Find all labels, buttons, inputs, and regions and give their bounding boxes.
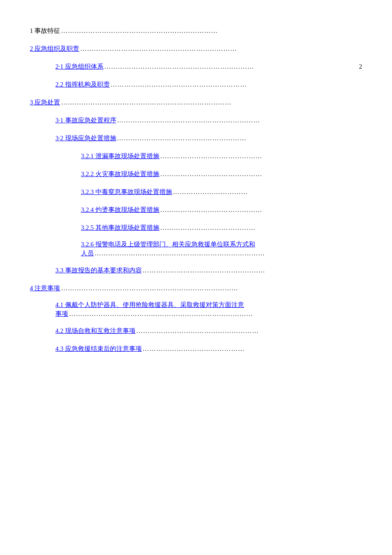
toc-dots-2-2: …………………………………………………… xyxy=(111,79,362,90)
toc-item-4-2[interactable]: 4.2 现场自救和互救注意事项 ……………………………………………… xyxy=(30,326,362,336)
toc-item-3-2-6-line1: 3.2.6 报警电话及上级管理部门、相关应急救援单位联系方式和 xyxy=(81,240,362,249)
toc-item-3-2-1[interactable]: 3.2.1 泄漏事故现场处置措施 ……………………………………… xyxy=(30,151,362,161)
toc-dots-3-2-5: …………………………………… xyxy=(160,223,361,233)
toc-label-4[interactable]: 4 注意事项 xyxy=(30,283,60,293)
toc-item-4-1-line1: 4.1 佩戴个人防护器具、使用抢险救援器具、采取救援对策方面注意 xyxy=(55,301,362,309)
toc-item-2-1[interactable]: 2·1 应急组织体系 ………………………………………………………… 2 xyxy=(30,61,362,72)
toc-label-3-2-6-line2[interactable]: 人员 xyxy=(81,249,94,257)
toc-dots-4-1: ……………………………………………………………………… xyxy=(69,310,361,318)
toc-dots-3-2-2: ……………………………………… xyxy=(160,169,361,179)
toc-label-2[interactable]: 2 应急组织及职责 xyxy=(30,43,79,54)
toc-label-3-2-5[interactable]: 3.2.5 其他事故现场处置措施 xyxy=(81,223,159,233)
toc-label-4-1-line2[interactable]: 事项 xyxy=(55,310,68,318)
toc-page-2-1: 2 xyxy=(359,61,363,72)
toc-dots-3-2-1: ……………………………………… xyxy=(160,151,361,161)
toc-dots-3-2-3: …………………………… xyxy=(173,187,361,197)
toc-label-1: 1 事故特征 xyxy=(30,26,60,36)
toc-label-2-1[interactable]: 2·1 应急组织体系 xyxy=(55,61,104,72)
toc-label-3-2-4[interactable]: 3.2.4 灼烫事故现场处置措施 xyxy=(81,205,159,215)
toc-item-3-2-3[interactable]: 3.2.3 中毒窒息事故现场处置措施 …………………………… xyxy=(30,187,362,197)
toc-item-3-2-4[interactable]: 3.2.4 灼烫事故现场处置措施 ……………………………………… xyxy=(30,205,362,215)
toc-label-3-2-2[interactable]: 3.2.2 火灾事故现场处置措施 xyxy=(81,169,159,179)
toc-label-2-2[interactable]: 2.2 指挥机构及职责 xyxy=(55,79,110,90)
toc-label-4-2[interactable]: 4.2 现场自救和互救注意事项 xyxy=(55,326,135,336)
toc-dots-3-2-6: ………………………………………………………………… xyxy=(95,250,361,257)
toc-label-3[interactable]: 3 应急处置 xyxy=(30,97,60,107)
toc-dots-4-3: ……………………………………… xyxy=(143,344,362,354)
toc-label-3-1[interactable]: 3·1 事故应急处置程序 xyxy=(55,115,116,125)
toc-dots-4-2: ……………………………………………… xyxy=(136,326,362,336)
toc-item-3-2[interactable]: 3·2 现场应急处置措施 ………………………………………………… xyxy=(30,133,362,143)
toc-item-4-1[interactable]: 4.1 佩戴个人防护器具、使用抢险救援器具、采取救援对策方面注意 事项 …………… xyxy=(30,301,362,318)
toc-dots-3-3: ……………………………………………… xyxy=(143,265,362,275)
toc-item-3-3[interactable]: 3.3 事故报告的基本要求和内容 ……………………………………………… xyxy=(30,265,362,275)
toc-item-2[interactable]: 2 应急组织及职责 …………………………………………………………… xyxy=(30,43,362,54)
toc-item-3-2-6[interactable]: 3.2.6 报警电话及上级管理部门、相关应急救援单位联系方式和 人员 ……………… xyxy=(30,240,362,257)
toc-label-4-3[interactable]: 4.3 应急救援结束后的注意事项 xyxy=(55,344,142,354)
toc-item-3-1[interactable]: 3·1 事故应急处置程序 ……………………………………………………… xyxy=(30,115,362,125)
toc-dots-4: …………………………………………………………………… xyxy=(61,283,361,293)
toc-item-4-1-line2: 事项 ……………………………………………………………………… xyxy=(55,310,362,318)
toc-dots-3-2-4: ……………………………………… xyxy=(160,205,361,215)
toc-label-3-2-3[interactable]: 3.2.3 中毒窒息事故现场处置措施 xyxy=(81,187,172,197)
toc-dots-2-1: ………………………………………………………… xyxy=(104,61,358,72)
toc-dots-2: …………………………………………………………… xyxy=(80,43,361,54)
toc-label-3-2-1[interactable]: 3.2.1 泄漏事故现场处置措施 xyxy=(81,151,159,161)
toc-item-3-2-5[interactable]: 3.2.5 其他事故现场处置措施 …………………………………… xyxy=(30,223,362,233)
toc-item-3-2-2[interactable]: 3.2.2 火灾事故现场处置措施 ……………………………………… xyxy=(30,169,362,179)
toc-dots-3-2: ………………………………………………… xyxy=(117,133,362,143)
toc-item-4[interactable]: 4 注意事项 …………………………………………………………………… xyxy=(30,283,362,293)
toc-item-3-2-6-line2: 人员 ………………………………………………………………… xyxy=(81,249,362,257)
toc-item-4-3[interactable]: 4.3 应急救援结束后的注意事项 ……………………………………… xyxy=(30,344,362,354)
toc-dots-3: ………………………………………………………………… xyxy=(61,97,361,107)
toc-dots-3-1: ……………………………………………………… xyxy=(117,115,362,125)
toc-dots-1: …………………………………………………………… xyxy=(61,26,361,36)
toc-label-3-2-6-line1[interactable]: 3.2.6 报警电话及上级管理部门、相关应急救援单位联系方式和 xyxy=(81,240,255,249)
toc-item-1: 1 事故特征 …………………………………………………………… xyxy=(30,26,362,36)
toc-label-3-3[interactable]: 3.3 事故报告的基本要求和内容 xyxy=(55,265,142,275)
toc-label-4-1-line1[interactable]: 4.1 佩戴个人防护器具、使用抢险救援器具、采取救援对策方面注意 xyxy=(55,301,244,309)
table-of-contents: 1 事故特征 …………………………………………………………… 2 应急组织及职责… xyxy=(30,26,362,354)
toc-item-2-2[interactable]: 2.2 指挥机构及职责 …………………………………………………… xyxy=(30,79,362,90)
toc-label-3-2[interactable]: 3·2 现场应急处置措施 xyxy=(55,133,116,143)
toc-item-3[interactable]: 3 应急处置 ………………………………………………………………… xyxy=(30,97,362,107)
